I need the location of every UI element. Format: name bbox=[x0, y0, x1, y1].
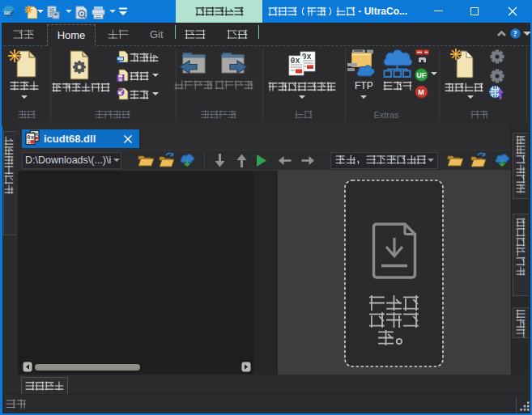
svg-text:uc: uc bbox=[4, 8, 11, 16]
svg-text:?: ? bbox=[513, 30, 517, 38]
svg-text:UF: UF bbox=[417, 71, 426, 79]
svg-text:0x: 0x bbox=[291, 57, 300, 66]
svg-text:0x: 0x bbox=[27, 134, 35, 141]
svg-text:M: M bbox=[418, 88, 424, 96]
